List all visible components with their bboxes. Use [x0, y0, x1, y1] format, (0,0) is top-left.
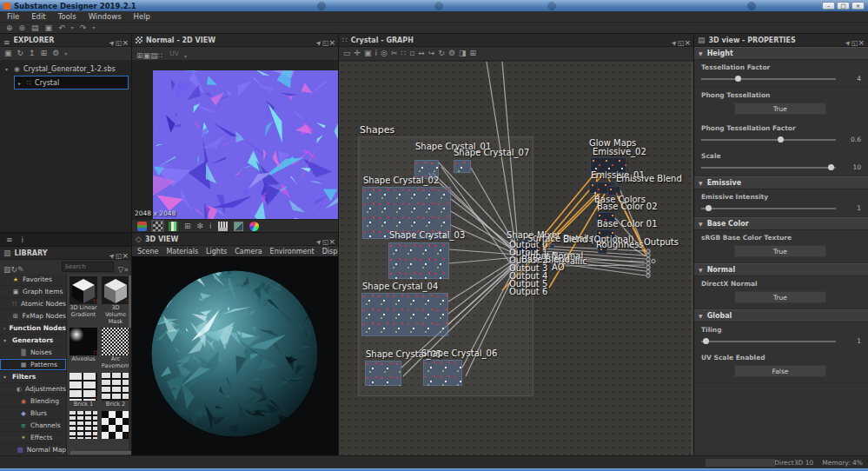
- library-item-adjustments[interactable]: ◐Adjustments: [0, 383, 66, 395]
- view3d-canvas[interactable]: [132, 256, 339, 455]
- view2d-header[interactable]: Normal - 2D VIEW ➤◱×: [132, 34, 339, 47]
- straight-links-icon[interactable]: ↔: [418, 50, 425, 57]
- new-substance-icon[interactable]: ⊕: [6, 24, 13, 32]
- grid-icon[interactable]: ⊞: [184, 222, 191, 230]
- select-icon[interactable]: ▭: [343, 50, 351, 57]
- node-cluster-12[interactable]: [596, 212, 615, 222]
- view2d-canvas[interactable]: 2048 x 2048: [132, 60, 339, 219]
- node-cluster-2[interactable]: [454, 160, 471, 173]
- maximize-button[interactable]: □: [837, 2, 850, 10]
- close-button[interactable]: ×: [851, 2, 865, 10]
- explorer-root-item[interactable]: ▾ ◉ Crystal_Generator_1-2.sbs: [0, 63, 132, 75]
- slider-track[interactable]: [701, 341, 836, 342]
- library-item-patterns[interactable]: ▦Patterns: [0, 359, 66, 371]
- edit-icon[interactable]: ✎: [17, 266, 24, 274]
- chevron-right-icon[interactable]: ▸: [18, 80, 23, 86]
- upload-icon[interactable]: ↥: [29, 50, 36, 57]
- library-item-atomic-nodes[interactable]: ∷Atomic Nodes: [0, 298, 66, 310]
- toggle-button[interactable]: False: [734, 365, 826, 377]
- node-cluster-9[interactable]: [590, 157, 626, 173]
- info-tab-icon[interactable]: i: [22, 236, 24, 244]
- redo-icon[interactable]: ↷: [80, 24, 87, 32]
- library-item-blurs[interactable]: ◆Blurs: [0, 408, 66, 420]
- slider-knob[interactable]: [778, 136, 784, 143]
- node-cluster-7[interactable]: [423, 360, 462, 386]
- menu-help[interactable]: Help: [134, 12, 150, 21]
- horizontal-scrollbar[interactable]: [70, 451, 131, 454]
- menu-edit[interactable]: Edit: [31, 12, 45, 21]
- color-wheel-icon[interactable]: [249, 222, 259, 231]
- menu-file[interactable]: File: [7, 12, 19, 21]
- slider-knob[interactable]: [706, 205, 712, 211]
- filter-star-icon[interactable]: ✻: [197, 222, 204, 230]
- paste-icon[interactable]: ▤: [150, 52, 158, 60]
- grid-snap-icon[interactable]: ⊞: [470, 50, 477, 57]
- library-item-channels[interactable]: ≡Channels: [0, 420, 66, 432]
- link-cut-icon[interactable]: ✂: [391, 50, 398, 57]
- node-cluster-8[interactable]: [517, 241, 543, 260]
- node-cluster-3[interactable]: [362, 187, 451, 239]
- view3d-header[interactable]: ◇ 3D VIEW ➤◱×: [132, 233, 339, 246]
- section-header-height[interactable]: ▼Height: [694, 47, 868, 60]
- node-cluster-14[interactable]: [598, 246, 607, 254]
- library-thumb-brick-2[interactable]: ∷Brick 2: [101, 373, 130, 411]
- duplicate-icon[interactable]: ⊞: [41, 50, 48, 57]
- toggle-button[interactable]: True: [734, 103, 826, 115]
- library-thumb-brick-1[interactable]: ∷Brick 1: [69, 373, 98, 411]
- library-thumb-arc-pavement[interactable]: ∷Arc Pavement: [101, 328, 130, 373]
- explorer-graph-item[interactable]: ▸ ∷ Crystal: [14, 76, 129, 90]
- library-thumb-alveolus[interactable]: ∷Alveolus: [69, 328, 98, 373]
- view3d-menu-lights[interactable]: Lights: [206, 248, 227, 255]
- view3d-menu-camera[interactable]: Camera: [235, 248, 262, 255]
- settings-icon[interactable]: ⚙: [52, 50, 59, 57]
- channels-icon[interactable]: [137, 222, 147, 231]
- library-item-noises[interactable]: ▒Noises: [0, 347, 66, 359]
- section-header-normal[interactable]: ▼Normal: [694, 263, 868, 276]
- open-icon[interactable]: ▤: [31, 24, 39, 32]
- uv-mode-dropdown[interactable]: UV: [169, 50, 179, 57]
- node-cluster-5[interactable]: [361, 293, 448, 336]
- save-icon[interactable]: ▣: [45, 24, 53, 32]
- panel-list-icon[interactable]: ≡: [3, 39, 10, 47]
- import-link-icon[interactable]: ⊛: [19, 24, 26, 32]
- close-icon[interactable]: ×: [328, 39, 335, 47]
- graph-canvas[interactable]: ShapesShape Crystal_01Shape Crystal_07Sh…: [339, 62, 694, 455]
- copy-icon[interactable]: ⊞: [136, 52, 143, 60]
- close-icon[interactable]: ×: [858, 39, 865, 47]
- minimize-button[interactable]: –: [822, 2, 835, 10]
- node-link-icon[interactable]: ∷: [158, 52, 163, 60]
- filter-funnel-icon[interactable]: ▽: [118, 266, 124, 274]
- zoom-search-icon[interactable]: ◎: [381, 50, 388, 57]
- view3d-menu-environment[interactable]: Environment: [270, 248, 315, 255]
- library-thumb-checker[interactable]: ∷: [101, 411, 130, 449]
- checker-bg-icon[interactable]: [153, 222, 162, 231]
- library-item-favorites[interactable]: ★Favorites: [0, 274, 66, 286]
- section-header-base-color[interactable]: ▼Base Color: [694, 217, 868, 230]
- node-cluster-1[interactable]: [414, 160, 439, 179]
- pan-icon[interactable]: ✛: [354, 50, 361, 57]
- search-input[interactable]: [62, 262, 114, 272]
- sync-icon[interactable]: ↻: [11, 266, 18, 274]
- section-header-emissive[interactable]: ▼Emissive: [694, 176, 868, 189]
- caret-icon[interactable]: ▾: [64, 51, 67, 56]
- node-cluster-4[interactable]: [388, 242, 449, 279]
- node-link-icon[interactable]: ∷: [401, 50, 407, 57]
- info-icon[interactable]: i: [375, 50, 378, 57]
- section-header-global[interactable]: ▼Global: [694, 309, 868, 322]
- library-item-fxmap-nodes[interactable]: ⊞FxMap Nodes: [0, 310, 66, 322]
- tools-icon[interactable]: ⚙: [448, 50, 455, 57]
- library-thumb-3d-linear-gradient[interactable]: ∷3D Linear Gradient: [69, 276, 98, 328]
- slider-knob[interactable]: [735, 76, 741, 82]
- gradient-widget-icon[interactable]: [169, 222, 178, 231]
- node-cluster-11[interactable]: [607, 186, 620, 196]
- slider-track[interactable]: [701, 139, 836, 141]
- node-cluster-13[interactable]: [596, 229, 615, 241]
- properties-header[interactable]: ▤ 3D view - PROPERTIES ➤◱×: [694, 34, 868, 47]
- histogram-icon[interactable]: [218, 222, 228, 231]
- curved-links-icon[interactable]: ↪: [428, 50, 435, 57]
- chevron-down-icon[interactable]: ▾: [5, 66, 10, 72]
- library-thumb-3d-volume-mask[interactable]: ∷3D Volume Mask: [101, 276, 130, 328]
- add-folder-icon[interactable]: ▥: [3, 266, 11, 274]
- graph-header[interactable]: ∷ Crystal - GRAPH ➤◱×: [339, 34, 694, 47]
- slider-knob[interactable]: [703, 338, 709, 344]
